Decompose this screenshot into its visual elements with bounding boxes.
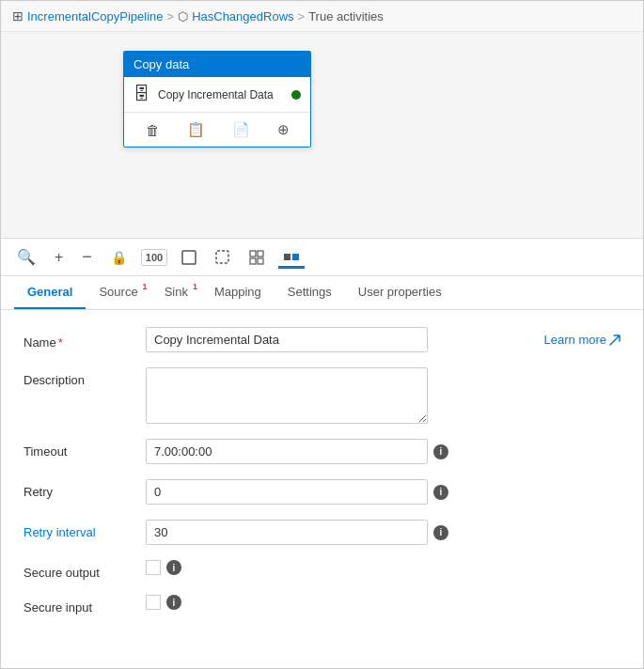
zoom-button[interactable]: 100 (141, 249, 167, 266)
retry-interval-label: Retry interval (24, 520, 146, 539)
node-header: Copy data (124, 52, 310, 77)
timeout-row: Timeout i (24, 439, 620, 464)
retry-control-wrap: i (146, 479, 620, 505)
search-button[interactable]: 🔍 (12, 245, 40, 269)
node-status-dot (291, 90, 301, 100)
node-copy-button[interactable]: 📋 (182, 118, 210, 141)
pipeline-icon: ⊞ (12, 8, 24, 23)
node-add-activity-button[interactable]: ⊕ (273, 118, 294, 141)
name-input[interactable] (146, 327, 428, 352)
branch-label: True activities (308, 9, 384, 23)
condition-icon: ⬡ (178, 9, 188, 23)
toolbar-active-indicator (278, 266, 305, 269)
retry-interval-row: Retry interval i (24, 520, 620, 545)
node-body-icon: 🗄 (134, 85, 150, 104)
retry-info-icon[interactable]: i (433, 485, 448, 500)
retry-interval-control-wrap: i (146, 520, 620, 545)
secure-output-info-icon[interactable]: i (166, 560, 181, 575)
svg-rect-1 (216, 251, 228, 263)
name-row: Name* Learn more (24, 327, 620, 352)
tab-user-properties[interactable]: User properties (345, 276, 455, 309)
tab-mapping[interactable]: Mapping (201, 276, 275, 309)
group-tool-wrap (278, 246, 305, 269)
svg-rect-6 (284, 254, 291, 260)
svg-rect-7 (292, 254, 299, 260)
sink-badge: 1 (193, 282, 197, 291)
secure-input-checkbox[interactable] (146, 595, 161, 610)
breadcrumb-sep-2: > (298, 9, 306, 23)
svg-rect-3 (258, 251, 263, 257)
condition-label[interactable]: HasChangedRows (192, 9, 293, 23)
timeout-control-wrap: i (146, 439, 620, 464)
learn-more-link[interactable]: Learn more (544, 333, 620, 347)
retry-interval-input[interactable] (146, 520, 428, 545)
name-required: * (58, 335, 63, 350)
description-label: Description (24, 367, 146, 387)
node-clone-button[interactable]: 📄 (228, 118, 255, 141)
select-button[interactable] (211, 247, 235, 268)
node-delete-button[interactable]: 🗑 (141, 119, 165, 141)
node-body-text: Copy Incremental Data (158, 88, 284, 101)
breadcrumb-sep-1: > (167, 9, 175, 23)
canvas-area: Copy data 🗄 Copy Incremental Data 🗑 📋 📄 … (1, 32, 643, 239)
name-label: Name* (24, 330, 146, 350)
secure-output-label: Secure output (24, 560, 146, 580)
timeout-info-icon[interactable]: i (433, 444, 448, 459)
secure-input-info-icon[interactable]: i (166, 595, 181, 610)
node-actions: 🗑 📋 📄 ⊕ (124, 113, 310, 147)
pipeline-node[interactable]: Copy data 🗄 Copy Incremental Data 🗑 📋 📄 … (123, 51, 311, 148)
secure-output-control-wrap: i (146, 560, 620, 575)
fit-button[interactable] (177, 247, 201, 268)
secure-input-label: Secure input (24, 595, 146, 615)
timeout-label: Timeout (24, 439, 146, 459)
pipeline-label[interactable]: IncrementalCopyPipeline (27, 9, 164, 23)
secure-output-checkbox[interactable] (146, 560, 161, 575)
add-button[interactable]: + (50, 246, 68, 269)
tab-settings[interactable]: Settings (275, 276, 345, 309)
secure-input-row: Secure input i (24, 595, 620, 615)
svg-rect-4 (250, 258, 256, 264)
lock-button[interactable]: 🔒 (106, 247, 132, 268)
svg-rect-5 (258, 258, 263, 264)
form-panel: Name* Learn more Description Timeout i (1, 310, 643, 646)
breadcrumb: ⊞ IncrementalCopyPipeline > ⬡ HasChanged… (1, 1, 643, 32)
retry-interval-info-icon[interactable]: i (433, 525, 448, 540)
tab-source[interactable]: Source 1 (86, 276, 150, 309)
remove-button[interactable]: − (77, 244, 97, 270)
description-row: Description (24, 367, 620, 424)
toolbar: 🔍 + − 🔒 100 (1, 239, 643, 276)
retry-label: Retry (24, 479, 146, 499)
svg-rect-0 (182, 251, 196, 264)
layout-button[interactable] (244, 247, 269, 268)
timeout-input[interactable] (146, 439, 428, 464)
retry-row: Retry i (24, 479, 620, 505)
tab-sink[interactable]: Sink 1 (151, 276, 201, 309)
tabs-bar: General Source 1 Sink 1 Mapping Settings… (1, 276, 643, 310)
tab-general[interactable]: General (14, 276, 86, 309)
secure-output-row: Secure output i (24, 560, 620, 580)
name-control-wrap (146, 327, 522, 352)
svg-rect-2 (250, 251, 256, 257)
source-badge: 1 (143, 282, 148, 291)
retry-input[interactable] (146, 479, 428, 505)
description-textarea[interactable] (146, 367, 428, 424)
node-body: 🗄 Copy Incremental Data (124, 77, 310, 113)
secure-input-control-wrap: i (146, 595, 620, 610)
description-control-wrap (146, 367, 620, 424)
